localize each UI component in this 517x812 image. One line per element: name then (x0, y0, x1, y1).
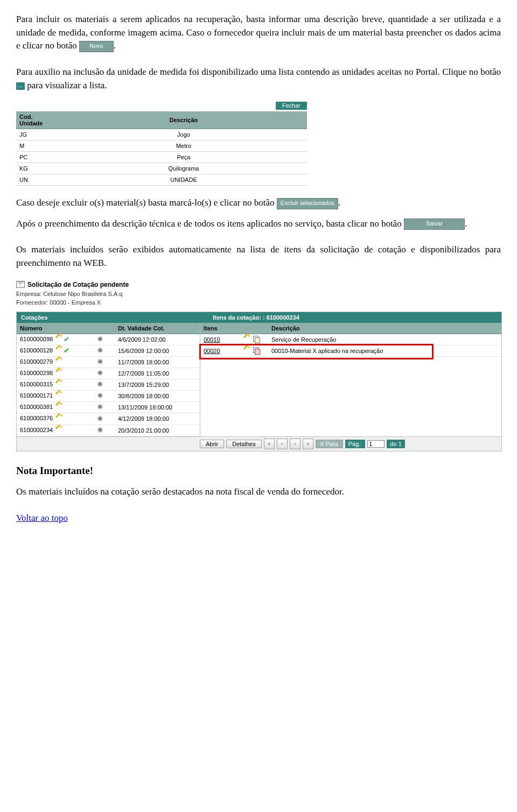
gear-icon[interactable]: ✹ (97, 404, 104, 411)
envelope-icon (16, 281, 25, 288)
paragraph-4: Após o preenchimento da descrição técnic… (16, 217, 501, 231)
pencil-icon[interactable] (55, 404, 62, 411)
cell-desc: UNIDADE (60, 174, 307, 186)
cell-numero: 6100000098 ✔ (17, 334, 93, 345)
cell-gear: ✹ (93, 379, 115, 391)
pencil-icon[interactable] (55, 358, 62, 366)
table-row[interactable]: 6100000098 ✔✹4/6/2009 12:02:00 (17, 334, 200, 345)
nav-prev-button[interactable]: ‹ (277, 439, 288, 449)
de-label: de 1 (387, 440, 404, 448)
checkmark-icon: ✔ (64, 347, 71, 355)
cell-gear: ✹ (93, 368, 115, 379)
voltar-ao-topo-link[interactable]: Voltar ao topo (16, 513, 68, 523)
cell-numero: 6100000315 (17, 379, 93, 391)
cell-validade: 12/7/2009 11:05:00 (115, 368, 200, 379)
cell-cod: M (16, 140, 60, 152)
nota-importante-body: Os materiais incluídos na cotação serão … (16, 485, 501, 499)
pencil-icon[interactable] (55, 392, 62, 400)
cell-desc: Quilograma (60, 163, 307, 174)
pencil-icon[interactable] (55, 381, 62, 389)
col-cod-unidade: Cod. Unidade (16, 111, 60, 129)
cell-validade: 30/8/2009 18:00:00 (115, 391, 200, 402)
cell-item-id: 00020 (200, 345, 239, 356)
cell-desc: Jogo (60, 129, 307, 140)
table-row: UNUNIDADE (16, 174, 307, 186)
cell-numero: 6100000376 (17, 413, 93, 425)
cell-cod: JG (16, 129, 60, 140)
cell-validade: 15/6/2009 12:00:00 (115, 345, 200, 356)
table-row[interactable]: 6100000315 ✹13/7/2009 15:29:00 (17, 379, 200, 391)
cotacoes-table: Número Dt. Validade Cot. 6100000098 ✔✹4/… (17, 323, 200, 436)
fechar-button[interactable]: Fechar (276, 102, 307, 110)
col-itens: Itens (200, 323, 239, 334)
salvar-button[interactable]: Salvar (404, 218, 465, 230)
table-row: JGJogo (16, 129, 307, 140)
text: . (114, 40, 116, 51)
paragraph-2: Para auxilio na inclusão da unidade de m… (16, 66, 501, 92)
pencil-icon[interactable] (55, 427, 62, 434)
grid-footer: Abrir Detalhes « ‹ › » Ir Para Pág.: de … (17, 436, 501, 451)
cell-validade: 13/7/2009 15:29:00 (115, 379, 200, 391)
table-row[interactable]: 00010 Serviço de Recuperação (200, 334, 501, 345)
gear-icon[interactable]: ✹ (97, 392, 104, 400)
table-row[interactable]: 6100000298 ✹12/7/2009 11:05:00 (17, 368, 200, 379)
table-row[interactable]: 6100000376 ✹4/12/2009 18:00:00 (17, 413, 200, 425)
novo-button[interactable]: Novo (79, 41, 114, 52)
cell-gear: ✹ (93, 402, 115, 413)
table-row[interactable]: 6100000128 ✔✹15/6/2009 12:00:00 (17, 345, 200, 356)
table-row[interactable]: 00020 00010-Material X aplicado na recup… (200, 345, 501, 356)
cell-gear: ✹ (93, 425, 115, 436)
col-validade: Dt. Validade Cot. (115, 323, 200, 334)
gear-icon[interactable]: ✹ (97, 370, 104, 377)
cell-validade: 4/12/2009 18:00:00 (115, 413, 200, 425)
pencil-icon[interactable] (243, 336, 250, 343)
pencil-icon[interactable] (243, 347, 250, 355)
cotacoes-grid: Cotações Itens da cotação: : 6100000234 … (16, 312, 502, 451)
table-row: PCPeça (16, 152, 307, 163)
bar-right-title: Itens da cotação: : 6100000234 (208, 312, 501, 323)
nav-next-button[interactable]: › (290, 439, 301, 449)
gear-icon[interactable]: ✹ (97, 358, 104, 366)
text: . (338, 197, 340, 208)
gear-icon[interactable]: ✹ (97, 347, 104, 355)
copy-icon[interactable] (253, 336, 260, 343)
gear-icon[interactable]: ✹ (97, 336, 104, 343)
pencil-icon[interactable] (55, 347, 62, 355)
text: . (465, 218, 467, 229)
cotacao-title: Solicitação de Cotação pendente (27, 281, 129, 288)
nota-importante-title: Nota Importante! (16, 463, 501, 478)
paragraph-3: Caso deseje excluir o(s) material(s) bas… (16, 196, 501, 210)
cell-icons (239, 334, 268, 345)
text: Para auxilio na inclusão da unidade de m… (16, 67, 501, 77)
expand-list-button[interactable]: … (16, 82, 25, 90)
nav-first-button[interactable]: « (264, 439, 275, 449)
detalhes-button[interactable]: Detalhes (226, 440, 261, 448)
abrir-button[interactable]: Abrir (200, 440, 224, 448)
cell-item-desc: 00010-Material X aplicado na recuperação (268, 345, 501, 356)
cell-numero: 6100000279 (17, 356, 93, 368)
gear-icon[interactable]: ✹ (97, 415, 104, 423)
cotacao-header: Solicitação de Cotação pendente Empresa:… (16, 280, 501, 307)
page-input[interactable] (367, 440, 385, 448)
gear-icon[interactable]: ✹ (97, 427, 104, 434)
ir-para-button[interactable]: Ir Para (316, 440, 343, 448)
pencil-icon[interactable] (55, 415, 62, 423)
text: Após o preenchimento da descrição técnic… (16, 218, 404, 229)
nav-last-button[interactable]: » (303, 439, 313, 449)
cell-numero: 6100000298 (17, 368, 93, 379)
cell-icons (239, 345, 268, 356)
table-row: KGQuilograma (16, 163, 307, 174)
fornecedor-label: Fornecedor: 00000 - Empresa X (16, 299, 101, 306)
pencil-icon[interactable] (55, 370, 62, 377)
table-row[interactable]: 6100000381 ✹13/11/2009 18:00:00 (17, 402, 200, 413)
cell-validade: 11/7/2009 18:00:00 (115, 356, 200, 368)
text: Caso deseje excluir o(s) material(s) bas… (16, 197, 277, 208)
copy-icon[interactable] (253, 347, 260, 354)
table-row[interactable]: 6100000171 ✹30/8/2009 18:00:00 (17, 391, 200, 402)
table-row[interactable]: 6100000279 ✹11/7/2009 18:00:00 (17, 356, 200, 368)
cell-cod: PC (16, 152, 60, 163)
pencil-icon[interactable] (55, 336, 62, 343)
table-row[interactable]: 6100000234 ✹20/3/2010 21:00:00 (17, 425, 200, 436)
excluir-selecionados-button[interactable]: Excluir selecionados (277, 198, 338, 209)
gear-icon[interactable]: ✹ (97, 381, 104, 389)
